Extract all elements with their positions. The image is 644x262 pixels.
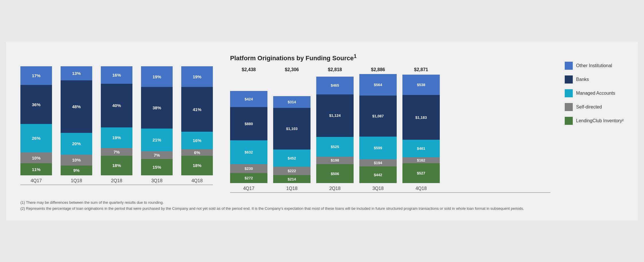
left-bar-group: 18%7%19%40%16%2Q18 xyxy=(101,66,132,183)
right-bar-segment: $314 xyxy=(273,96,311,108)
left-bar-stack: 18%7%19%40%16% xyxy=(101,66,132,175)
legend-item: Self-directed xyxy=(565,103,624,111)
left-bar-segment: 40% xyxy=(101,84,132,127)
left-bar-segment: 10% xyxy=(20,152,52,163)
right-bar-label: 2Q18 xyxy=(329,186,340,191)
footnote-1: (1) There may be differences between the… xyxy=(20,200,624,206)
left-bar-segment: 41% xyxy=(181,87,213,132)
right-axis-line xyxy=(230,192,550,193)
left-bar-segment: 9% xyxy=(61,166,92,175)
footnote-2: (2) Represents the percentage of loan or… xyxy=(20,206,624,212)
right-bar-stack: $442$194$599$1,087$564 xyxy=(359,74,397,183)
right-bar-total: $2,886 xyxy=(371,67,385,72)
right-bar-segment: $527 xyxy=(402,163,440,183)
left-bar-label: 4Q17 xyxy=(30,178,42,183)
left-bar-label: 2Q18 xyxy=(111,178,122,183)
right-bar-segment: $214 xyxy=(273,175,311,183)
left-bar-stack: 11%10%26%36%17% xyxy=(20,66,52,175)
right-bar-segment: $452 xyxy=(273,150,311,167)
left-bar-label: 3Q18 xyxy=(151,178,162,183)
legend-swatch xyxy=(565,62,573,70)
right-bar-segment: $465 xyxy=(316,77,354,94)
right-bar-segment: $442 xyxy=(359,166,397,183)
left-bar-segment: 18% xyxy=(101,156,132,175)
left-bar-stack: 18%6%16%41%19% xyxy=(181,66,213,175)
legend-label: Other Institutional xyxy=(576,63,612,68)
right-bar-segment: $1,183 xyxy=(402,95,440,140)
right-bar-total: $2,306 xyxy=(285,67,299,72)
right-bar-segment: $1,103 xyxy=(273,108,311,150)
left-bar-chart: 11%10%26%36%17%4Q179%10%20%48%13%1Q1818%… xyxy=(20,63,213,183)
legend-label: Managed Accounts xyxy=(576,91,615,96)
left-bar-segment: 21% xyxy=(141,129,173,152)
left-bar-segment: 19% xyxy=(101,127,132,148)
right-bar-total: $2,818 xyxy=(328,67,342,72)
left-axis-line xyxy=(20,185,213,185)
right-bar-group: $2,886$442$194$599$1,087$5643Q18 xyxy=(359,67,397,191)
left-bar-segment: 17% xyxy=(20,66,52,85)
legend-item: Banks xyxy=(565,75,624,84)
right-chart-sup: 1 xyxy=(354,53,356,59)
left-bar-stack: 9%10%20%48%13% xyxy=(61,66,92,175)
right-bar-stack: $527$162$461$1,183$538 xyxy=(402,75,440,183)
right-bar-segment: $272 xyxy=(230,173,267,183)
left-bar-segment: 19% xyxy=(141,66,173,87)
legend-label: Self-directed xyxy=(576,104,602,110)
right-bar-segment: $525 xyxy=(316,137,354,157)
left-bar-segment: 26% xyxy=(20,124,52,152)
right-bar-group: $2,818$506$198$525$1,124$4652Q18 xyxy=(316,67,354,191)
right-bar-segment: $222 xyxy=(273,167,311,175)
left-bar-stack: 15%7%21%38%19% xyxy=(141,66,173,175)
left-bar-group: 18%6%16%41%19%4Q18 xyxy=(181,66,213,183)
footnotes: (1) There may be differences between the… xyxy=(20,200,624,212)
left-bar-segment: 18% xyxy=(181,156,213,175)
right-bar-label: 4Q18 xyxy=(415,186,427,191)
right-chart-title: Platform Originations by Funding Source1 xyxy=(230,53,550,62)
left-bar-segment: 7% xyxy=(141,151,173,159)
right-bar-chart: $2,438$272$230$632$880$4244Q17$2,306$214… xyxy=(230,71,550,191)
right-bar-group: $2,871$527$162$461$1,183$5384Q18 xyxy=(402,67,440,191)
main-container: 11%10%26%36%17%4Q179%10%20%48%13%1Q1818%… xyxy=(6,42,638,220)
right-bar-segment: $564 xyxy=(359,74,397,95)
right-bar-segment: $506 xyxy=(316,164,354,183)
chart-legend: Other InstitutionalBanksManaged Accounts… xyxy=(565,53,624,125)
left-bar-segment: 19% xyxy=(181,66,213,87)
right-bar-segment: $424 xyxy=(230,91,267,107)
right-bar-stack: $272$230$632$880$424 xyxy=(230,91,267,183)
left-bar-segment: 36% xyxy=(20,85,52,124)
right-bar-label: 3Q18 xyxy=(372,186,383,191)
legend-item: LendingClub Inventory² xyxy=(565,117,624,125)
legend-label: Banks xyxy=(576,77,589,82)
left-bar-segment: 15% xyxy=(141,159,173,175)
legend-swatch xyxy=(565,89,573,97)
left-bar-label: 4Q18 xyxy=(191,178,203,183)
right-bar-segment: $194 xyxy=(359,159,397,167)
left-bar-segment: 7% xyxy=(101,148,132,156)
right-bar-segment: $1,124 xyxy=(316,94,354,137)
left-chart-section: 11%10%26%36%17%4Q179%10%20%48%13%1Q1818%… xyxy=(20,53,213,185)
right-bar-group: $2,306$214$222$452$1,103$3141Q18 xyxy=(273,67,311,191)
legend-item: Managed Accounts xyxy=(565,89,624,97)
left-bar-group: 9%10%20%48%13%1Q18 xyxy=(61,66,92,183)
right-bar-label: 1Q18 xyxy=(286,186,297,191)
right-bar-segment: $1,087 xyxy=(359,96,397,137)
left-bar-segment: 16% xyxy=(181,132,213,149)
left-bar-segment: 38% xyxy=(141,87,173,128)
right-bar-segment: $198 xyxy=(316,157,354,164)
left-bar-segment: 13% xyxy=(61,66,92,80)
right-bar-group: $2,438$272$230$632$880$4244Q17 xyxy=(230,67,267,191)
legend-swatch xyxy=(565,75,573,84)
charts-row: 11%10%26%36%17%4Q179%10%20%48%13%1Q1818%… xyxy=(20,53,624,193)
legend-label: LendingClub Inventory² xyxy=(576,118,624,123)
left-bar-segment: 11% xyxy=(20,163,52,175)
right-bar-segment: $461 xyxy=(402,140,440,157)
right-bar-segment: $880 xyxy=(230,107,267,140)
right-bar-segment: $538 xyxy=(402,75,440,95)
left-bar-segment: 20% xyxy=(61,133,92,155)
legend-swatch xyxy=(565,103,573,111)
left-bar-segment: 16% xyxy=(101,66,132,84)
legend-swatch xyxy=(565,117,573,125)
right-bar-segment: $230 xyxy=(230,164,267,173)
left-bar-segment: 6% xyxy=(181,149,213,156)
right-chart-section: Platform Originations by Funding Source1… xyxy=(230,53,624,193)
